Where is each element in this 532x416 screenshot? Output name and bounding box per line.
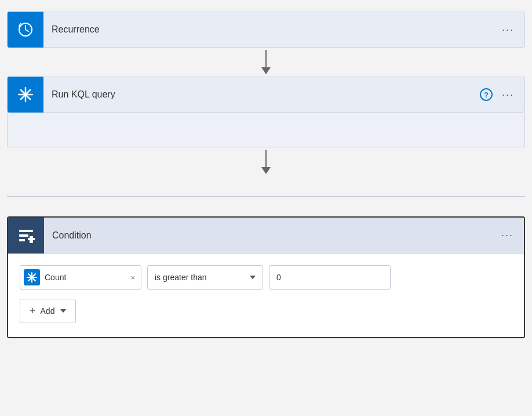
- plus-icon: +: [30, 305, 36, 317]
- svg-rect-9: [19, 234, 28, 237]
- kql-icon: [8, 77, 43, 113]
- condition-svg-icon: [16, 226, 36, 245]
- arrow-head-2: [261, 167, 271, 174]
- count-pill-close-button[interactable]: ×: [130, 273, 135, 282]
- count-pill-text: Count: [45, 273, 123, 282]
- operator-dropdown[interactable]: is greater than: [147, 265, 263, 290]
- value-text: 0: [276, 273, 281, 282]
- condition-menu-area: ···: [499, 227, 524, 244]
- condition-body: Count × is greater than 0 + Add: [8, 254, 524, 337]
- arrow-head-1: [261, 67, 271, 74]
- add-button-label: Add: [41, 306, 55, 316]
- kql-actions: ? ···: [480, 86, 524, 103]
- count-pill[interactable]: Count ×: [20, 265, 141, 290]
- condition-row: Count × is greater than 0: [20, 265, 512, 290]
- run-kql-label: Run KQL query: [43, 89, 480, 100]
- add-chevron-icon: [60, 309, 66, 313]
- count-pill-icon: [24, 269, 40, 285]
- recurrence-menu-button[interactable]: ···: [500, 21, 516, 38]
- kql-help-button[interactable]: ?: [480, 88, 493, 101]
- count-kql-icon: [26, 272, 38, 283]
- add-button[interactable]: + Add: [20, 299, 76, 323]
- workflow-canvas: Recurrence ··· Run KQL query ? ···: [0, 0, 532, 350]
- kql-menu-button[interactable]: ···: [500, 86, 516, 103]
- run-kql-query-step: Run KQL query ? ···: [7, 77, 525, 113]
- kql-step-icon: [16, 85, 35, 104]
- operator-text: is greater than: [155, 273, 207, 282]
- recurrence-icon: [8, 12, 43, 48]
- svg-line-2: [25, 30, 28, 31]
- arrow-line-2: [265, 150, 267, 167]
- condition-label: Condition: [44, 230, 499, 241]
- recurrence-label: Recurrence: [43, 24, 500, 35]
- svg-rect-10: [19, 239, 25, 241]
- condition-header: Condition ···: [8, 218, 524, 254]
- condition-icon: [8, 218, 44, 254]
- arrow-connector-2: [261, 147, 271, 176]
- recurrence-actions: ···: [500, 21, 524, 38]
- clock-icon: [16, 20, 35, 39]
- condition-block: Condition ··· Coun: [7, 216, 525, 338]
- recurrence-step: Recurrence ···: [7, 12, 525, 48]
- divider-1: [7, 196, 525, 197]
- arrow-line-1: [265, 50, 267, 67]
- svg-rect-12: [28, 238, 35, 240]
- condition-menu-button[interactable]: ···: [499, 227, 516, 244]
- operator-chevron-icon: [250, 276, 256, 279]
- value-field[interactable]: 0: [269, 265, 391, 290]
- kql-expanded-area: [7, 113, 525, 147]
- svg-rect-8: [19, 230, 33, 232]
- arrow-connector-1: [261, 48, 271, 77]
